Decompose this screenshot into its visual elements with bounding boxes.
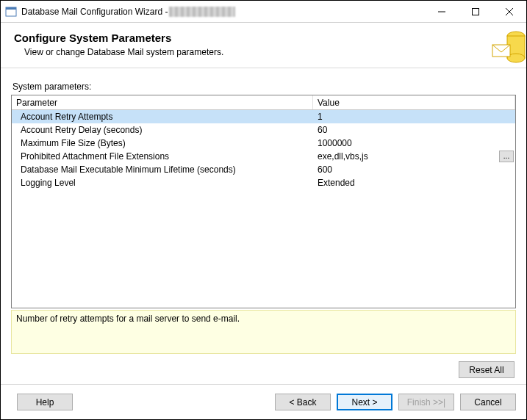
parameters-grid[interactable]: Parameter Value Account Retry Attempts1A… (11, 95, 516, 308)
parameter-description: Number of retry attempts for a mail serv… (11, 310, 516, 354)
reset-all-button[interactable]: Reset All (459, 361, 515, 378)
page-title: Configure System Parameters (14, 32, 516, 44)
close-button[interactable] (492, 1, 526, 22)
minimize-button[interactable] (425, 1, 459, 22)
column-header-value[interactable]: Value (313, 95, 515, 109)
parameter-value: Extended (318, 178, 355, 188)
window-title-redacted (169, 7, 235, 17)
titlebar[interactable]: Database Mail Configuration Wizard - (1, 1, 526, 23)
help-button[interactable]: Help (17, 394, 73, 410)
wizard-footer: Help < Back Next > Finish >>| Cancel (1, 384, 526, 419)
table-row[interactable]: Logging LevelExtended (12, 176, 515, 189)
parameter-name-cell: Database Mail Executable Minimum Lifetim… (12, 164, 313, 175)
wizard-body: System parameters: Parameter Value Accou… (1, 68, 526, 384)
grid-header: Parameter Value (12, 95, 515, 110)
parameter-value-cell[interactable]: 1 (313, 112, 515, 122)
back-button[interactable]: < Back (275, 394, 331, 410)
app-icon (5, 6, 17, 18)
window-title: Database Mail Configuration Wizard - (21, 7, 168, 17)
description-text: Number of retry attempts for a mail serv… (16, 314, 240, 324)
parameter-value-cell[interactable]: exe,dll,vbs,js... (313, 151, 515, 162)
window-controls (425, 1, 526, 22)
finish-button: Finish >>| (398, 394, 454, 410)
column-header-parameter[interactable]: Parameter (12, 95, 313, 109)
table-row[interactable]: Account Retry Attempts1 (12, 110, 515, 123)
parameter-value-cell[interactable]: 60 (313, 125, 515, 135)
table-row[interactable]: Prohibited Attachment File Extensionsexe… (12, 150, 515, 163)
svg-rect-1 (6, 7, 16, 10)
next-button[interactable]: Next > (337, 394, 392, 410)
wizard-window: Database Mail Configuration Wizard - Con… (0, 0, 527, 420)
parameter-value-cell[interactable]: Extended (313, 178, 515, 188)
parameter-name-cell: Maximum File Size (Bytes) (12, 138, 313, 148)
parameter-name-cell: Account Retry Attempts (12, 112, 313, 122)
ellipsis-button[interactable]: ... (499, 151, 514, 162)
header-graphic-icon (491, 26, 526, 67)
parameter-value: exe,dll,vbs,js (318, 151, 368, 162)
parameter-name-cell: Prohibited Attachment File Extensions (12, 151, 313, 162)
wizard-header: Configure System Parameters View or chan… (1, 23, 526, 68)
table-row[interactable]: Maximum File Size (Bytes)1000000 (12, 137, 515, 150)
grid-body: Account Retry Attempts1Account Retry Del… (12, 110, 515, 308)
table-row[interactable]: Account Retry Delay (seconds)60 (12, 123, 515, 137)
system-parameters-label: System parameters: (12, 82, 516, 92)
parameter-value-cell[interactable]: 600 (313, 164, 515, 175)
svg-rect-3 (473, 8, 479, 15)
parameter-value: 600 (318, 164, 332, 175)
parameter-value: 1000000 (318, 138, 352, 148)
table-row[interactable]: Database Mail Executable Minimum Lifetim… (12, 163, 515, 176)
cancel-button[interactable]: Cancel (460, 394, 516, 410)
maximize-button[interactable] (459, 1, 492, 22)
parameter-name-cell: Account Retry Delay (seconds) (12, 125, 313, 135)
page-subtitle: View or change Database Mail system para… (24, 47, 516, 57)
parameter-name-cell: Logging Level (12, 178, 313, 188)
parameter-value: 60 (318, 125, 327, 135)
parameter-value-cell[interactable]: 1000000 (313, 138, 515, 148)
parameter-value: 1 (318, 112, 323, 122)
